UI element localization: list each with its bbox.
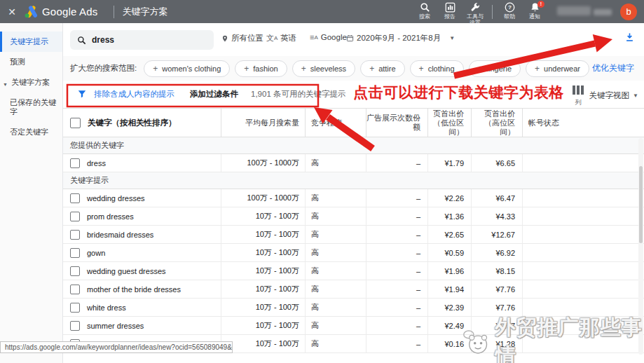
language-selector[interactable]: 文A 英语: [266, 33, 296, 43]
column-header-competition[interactable]: 竞争程度: [305, 109, 366, 137]
ad-impression-share-cell: –: [366, 189, 427, 207]
row-checkbox[interactable]: [70, 212, 80, 221]
keyword-text: white dress: [87, 303, 126, 312]
sidebar-item-negative-keywords[interactable]: 否定关键字: [0, 122, 62, 142]
chip-label: underwear: [544, 64, 580, 73]
row-checkbox[interactable]: [70, 230, 80, 240]
keyword-search-input[interactable]: dress: [70, 30, 214, 50]
account-status-cell: [522, 189, 644, 207]
download-keywords-button[interactable]: [624, 32, 635, 46]
section-header-row: 您提供的关键字: [63, 137, 644, 154]
ad-impression-share-cell: –: [366, 335, 427, 352]
section-header-row: 关键字提示: [63, 172, 644, 189]
competition-cell: 高: [305, 244, 366, 261]
ad-impression-share-cell: –: [366, 317, 427, 334]
keyword-row: wedding dresses100万 - 1000万高–¥2.26¥6.47: [63, 189, 644, 207]
broaden-search-label: 扩大您的搜索范围:: [70, 63, 137, 74]
keyword-row: white dress10万 - 100万高–¥2.39¥7.76: [63, 299, 644, 317]
plus-icon: +: [369, 64, 374, 74]
broaden-chip[interactable]: +lingerie: [469, 60, 521, 77]
account-status-cell: [522, 299, 644, 316]
keyword-view-dropdown[interactable]: 关键字视图 ▼: [589, 90, 638, 101]
top-bid-high-cell: ¥6.65: [471, 154, 522, 172]
table-body: 您提供的关键字dress100万 - 1000万高–¥1.79¥6.65关键字提…: [63, 137, 644, 353]
download-icon: [624, 32, 635, 43]
avatar[interactable]: b: [620, 4, 637, 20]
help-button[interactable]: ? 帮助: [498, 2, 521, 20]
sidebar-item-keyword-plan[interactable]: ▼关键字方案: [0, 72, 62, 93]
column-header-top-bid-high[interactable]: 页首出价 （高位区间）: [471, 109, 522, 137]
sidebar-item-forecasts[interactable]: 预测: [0, 52, 62, 72]
tools-settings-button[interactable]: 工具与 设置: [464, 2, 486, 23]
row-checkbox[interactable]: [70, 248, 80, 258]
chip-label: attire: [378, 64, 395, 73]
column-header-keyword[interactable]: 关键字（按相关性排序）: [88, 118, 177, 128]
scrollbar-thumb[interactable]: [639, 166, 643, 243]
column-header-top-bid-low[interactable]: 页首出价 （低位区间）: [427, 109, 471, 137]
suggestion-chips: +women's clothing+fashion+sleeveless+att…: [144, 60, 589, 77]
keyword-text: wedding dresses: [87, 194, 145, 203]
table-scrollbar[interactable]: [638, 138, 643, 355]
page-title: 关键字方案: [123, 6, 168, 18]
available-ideas-count: 1,901 条可用的关键字提示: [251, 89, 345, 100]
location-selector[interactable]: 所有位置: [221, 33, 263, 43]
select-all-checkbox[interactable]: [70, 118, 81, 128]
sidebar: 关键字提示 预测 ▼关键字方案 已保存的关键字 否定关键字: [0, 23, 63, 363]
row-checkbox[interactable]: [70, 303, 80, 313]
notifications-button[interactable]: 通知 !: [523, 2, 546, 20]
competition-cell: 高: [305, 280, 366, 298]
sidebar-item-keyword-ideas[interactable]: 关键字提示: [0, 32, 62, 52]
keyword-text: dress: [87, 159, 106, 167]
competition-cell: 高: [305, 189, 366, 207]
top-bid-low-cell: ¥0.59: [427, 244, 471, 261]
network-selector[interactable]: ≡A Google: [310, 33, 347, 41]
broaden-chip[interactable]: +women's clothing: [144, 60, 230, 77]
row-checkbox[interactable]: [70, 193, 80, 203]
plus-icon: +: [478, 64, 483, 74]
filter-icon[interactable]: [77, 89, 87, 99]
keyword-row: prom dresses10万 - 100万高–¥1.36¥4.33: [63, 207, 644, 226]
broaden-chip[interactable]: +sleeveless: [292, 60, 355, 77]
broaden-chip[interactable]: +underwear: [526, 60, 589, 77]
chip-label: women's clothing: [162, 64, 221, 73]
competition-cell: 高: [305, 226, 366, 243]
columns-icon: [573, 85, 584, 95]
avg-monthly-searches-cell: 10万 - 100万: [221, 335, 305, 352]
top-bid-high-cell: ¥12.67: [471, 226, 522, 243]
broaden-chip[interactable]: +attire: [360, 60, 404, 77]
sidebar-item-saved-keywords[interactable]: 已保存的关键字: [0, 93, 62, 122]
row-checkbox[interactable]: [70, 266, 80, 276]
plus-icon: +: [419, 64, 424, 74]
top-bid-low-cell: ¥2.65: [427, 226, 471, 243]
row-checkbox[interactable]: [70, 158, 80, 168]
row-checkbox[interactable]: [70, 285, 80, 294]
account-status-cell: [522, 335, 644, 352]
redacted-account-id: [594, 9, 612, 15]
google-ads-logo: Google Ads: [24, 6, 98, 18]
chip-label: fashion: [253, 64, 278, 73]
broaden-chip[interactable]: +fashion: [235, 60, 287, 77]
ad-impression-share-cell: –: [366, 154, 427, 172]
exclude-adult-ideas-link[interactable]: 排除含成人内容的提示: [94, 89, 174, 100]
search-button[interactable]: 搜索: [413, 2, 436, 20]
google-ads-logo-icon: [24, 6, 38, 18]
date-range-selector[interactable]: 2020年9月 - 2021年8月 ▼: [346, 33, 455, 43]
keyword-text: gown: [87, 249, 105, 257]
row-checkbox[interactable]: [70, 321, 80, 331]
columns-button[interactable]: 列: [570, 85, 587, 107]
column-header-avg-monthly-searches[interactable]: 平均每月搜索量: [221, 109, 305, 137]
svg-text:?: ?: [508, 4, 512, 11]
competition-cell: 高: [305, 262, 366, 280]
search-icon: [420, 2, 430, 13]
keyword-text: wedding guest dresses: [87, 267, 166, 275]
close-icon[interactable]: ✕: [0, 6, 24, 18]
column-header-ad-impression-share[interactable]: 广告展示次数份额: [366, 109, 427, 137]
refine-keywords-link[interactable]: 优化关键字: [592, 62, 634, 74]
top-bid-low-cell: ¥2.26: [427, 189, 471, 207]
column-header-account-status[interactable]: 帐号状态: [522, 109, 644, 137]
avg-monthly-searches-cell: 10万 - 100万: [221, 207, 305, 225]
reports-button[interactable]: 报告: [439, 2, 461, 20]
broaden-chip[interactable]: +clothing: [410, 60, 464, 77]
avg-monthly-searches-cell: 100万 - 1000万: [221, 189, 305, 207]
add-filter-button[interactable]: 添加过滤条件: [190, 89, 238, 100]
